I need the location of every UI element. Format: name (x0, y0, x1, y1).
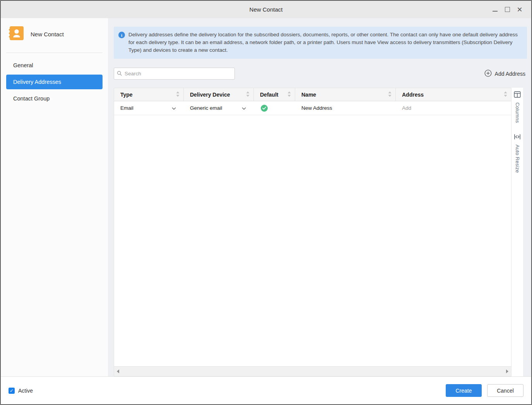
contact-book-icon (9, 26, 24, 42)
close-icon: ✕ (517, 6, 522, 13)
column-header-name[interactable]: Name (295, 88, 396, 101)
chevron-down-icon[interactable] (242, 105, 246, 111)
default-check-icon[interactable] (261, 105, 268, 112)
horizontal-scrollbar[interactable] (114, 366, 511, 376)
table-side-toolbar: Columns Auto Resize (511, 88, 523, 376)
sidebar-item-general[interactable]: General (6, 58, 103, 73)
sidebar-item-delivery-addresses[interactable]: Delivery Addresses (6, 75, 103, 89)
address-cell[interactable]: Add (396, 101, 511, 115)
auto-resize-icon (514, 134, 521, 141)
info-banner-text: Delivery addresses define the delivery l… (128, 31, 522, 54)
column-header-address[interactable]: Address (396, 88, 511, 101)
info-banner: i Delivery addresses define the delivery… (114, 27, 527, 59)
sidebar-header: New Contact (1, 26, 108, 42)
search-input[interactable] (114, 68, 235, 80)
close-button[interactable]: ✕ (513, 1, 526, 18)
columns-tool-button[interactable]: Columns (514, 91, 521, 123)
search-icon (117, 71, 122, 78)
type-cell[interactable]: Email (114, 101, 184, 115)
sidebar-nav: General Delivery Addresses Contact Group (1, 58, 108, 106)
name-cell[interactable]: New Address (295, 101, 396, 115)
sidebar-item-contact-group[interactable]: Contact Group (6, 91, 103, 106)
footer-buttons: Create Cancel (446, 384, 523, 397)
create-button[interactable]: Create (446, 384, 482, 397)
chevron-down-icon[interactable] (172, 105, 176, 111)
sort-icon[interactable] (246, 91, 250, 98)
active-toggle: ✓ Active (9, 388, 33, 394)
table-empty-area (114, 115, 511, 366)
active-label: Active (18, 388, 33, 394)
default-cell[interactable] (254, 101, 295, 115)
sort-icon[interactable] (388, 91, 392, 98)
window-controls: ✕ (489, 1, 526, 18)
scroll-right-icon[interactable] (506, 369, 508, 373)
add-address-button[interactable]: Add Address (484, 70, 527, 78)
table-header-row: Type Delivery Device Defau (114, 88, 511, 101)
table-row: Email Generic email (114, 101, 511, 115)
plus-circle-icon (484, 70, 492, 78)
column-header-default[interactable]: Default (254, 88, 295, 101)
cancel-button[interactable]: Cancel (487, 384, 523, 397)
columns-tool-label: Columns (515, 102, 520, 123)
new-contact-dialog: New Contact ✕ New Co (0, 0, 532, 405)
column-header-type[interactable]: Type (114, 88, 184, 101)
info-icon: i (118, 32, 125, 38)
active-checkbox[interactable]: ✓ (9, 388, 15, 394)
scroll-left-icon[interactable] (117, 369, 119, 373)
footer-bar: ✓ Active Create Cancel (1, 376, 531, 404)
auto-resize-tool-label: Auto Resize (515, 145, 520, 173)
addresses-table-section: Type Delivery Device Defau (114, 88, 527, 376)
main-panel: i Delivery addresses define the delivery… (108, 18, 531, 376)
table-toolbar: Add Address (114, 68, 527, 80)
sidebar-divider (6, 53, 103, 53)
minimize-button[interactable] (489, 1, 501, 18)
maximize-icon (505, 7, 510, 12)
auto-resize-tool-button[interactable]: Auto Resize (514, 134, 521, 173)
maximize-button[interactable] (501, 1, 513, 18)
sort-icon[interactable] (176, 91, 180, 98)
column-header-delivery-device[interactable]: Delivery Device (184, 88, 254, 101)
sort-icon[interactable] (504, 91, 507, 98)
columns-icon (514, 91, 521, 99)
titlebar: New Contact ✕ (1, 1, 531, 18)
add-address-label: Add Address (495, 71, 525, 77)
addresses-table: Type Delivery Device Defau (114, 88, 511, 376)
search-box (114, 68, 235, 80)
sidebar-contact-title: New Contact (31, 31, 64, 37)
sidebar: New Contact General Delivery Addresses C… (1, 18, 108, 376)
window-title: New Contact (250, 6, 283, 13)
minimize-icon (493, 11, 498, 12)
sort-icon[interactable] (287, 91, 291, 98)
delivery-device-cell[interactable]: Generic email (184, 101, 254, 115)
